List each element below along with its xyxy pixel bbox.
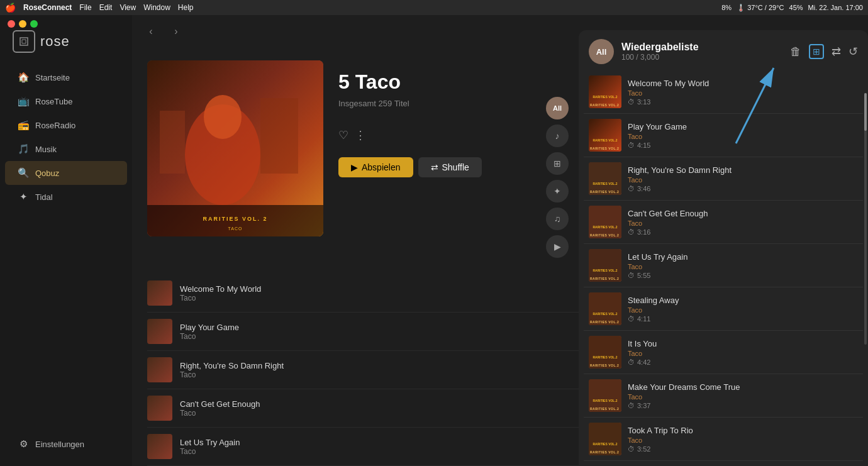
playlist-panel: All Wiedergabeliste 100 / 3,000 🗑 ⊞ ⇄ ↺ <box>579 30 868 466</box>
playlist-item[interactable]: RARITIES VOL.2 Took A Trip To Rio Taco ⏱… <box>584 418 863 461</box>
playlist-item-title: Right, You're So Damn Right <box>628 165 858 175</box>
app-name: RoseConnect <box>23 3 72 12</box>
playlist-item[interactable]: RARITIES VOL.2 Let Us Try Again Taco ⏱ 5… <box>584 244 863 287</box>
datetime: Mi. 22. Jan. 17:00 <box>808 4 863 11</box>
avatar-all-button[interactable]: All <box>546 97 569 119</box>
playlist-item-thumb: RARITIES VOL.2 <box>589 379 621 412</box>
side-icons: All ♪ ⊞ ✦ ♫ ▶ <box>546 97 569 258</box>
system-stats: 8% <box>721 4 732 11</box>
playlist-item-artist: Taco <box>628 306 858 314</box>
playlist-item[interactable]: RARITIES VOL.2 Right, You're So Damn Rig… <box>584 157 863 201</box>
apple-icon: 🍎 <box>5 3 16 13</box>
svg-rect-28 <box>589 423 621 455</box>
playlist-item-info: Play Your Game Taco ⏱ 4:15 <box>628 122 858 149</box>
playlist-item[interactable]: RARITIES VOL.2 Stealing Away Taco ⏱ 4:11 <box>584 287 863 331</box>
shuffle-button[interactable]: ⇄ Shuffle <box>418 157 482 177</box>
playlist-item-thumb: RARITIES VOL.2 <box>589 162 621 195</box>
sidebar-item-musik[interactable]: 🎵 Musik <box>5 137 127 161</box>
clock-icon: ⏱ <box>628 358 635 366</box>
sidebar-label-tidal: Tidal <box>35 192 53 202</box>
playlist-item-artist: Taco <box>628 89 858 97</box>
playlist-item-artist: Taco <box>628 350 858 357</box>
maximize-button[interactable] <box>30 20 38 28</box>
playlist-item-title: It Is You <box>628 339 858 348</box>
playlist-item[interactable]: RARITIES VOL.2 Can't Get Get Enough Taco… <box>584 201 863 244</box>
forward-button[interactable]: › <box>167 23 185 40</box>
playlist-item-duration: ⏱ 3:16 <box>628 228 858 236</box>
menu-edit[interactable]: Edit <box>99 3 113 12</box>
repeat-button[interactable]: ↺ <box>849 45 858 58</box>
sidebar-item-rosetube[interactable]: 📺 RoseTube <box>5 89 127 113</box>
playlist-item-info: It Is You Taco ⏱ 4:42 <box>628 339 858 366</box>
svg-rect-5 <box>260 98 298 174</box>
sidebar-item-roseradio[interactable]: 📻 RoseRadio <box>5 113 127 137</box>
sidebar-item-tidal[interactable]: ✦ Tidal <box>5 185 127 209</box>
shuffle-playlist-button[interactable]: ⇄ <box>832 45 841 58</box>
svg-rect-26 <box>589 379 621 412</box>
playlist-item-title: Play Your Game <box>628 122 858 131</box>
equalizer-button[interactable]: ⊞ <box>546 152 569 175</box>
svg-rect-6 <box>160 111 185 174</box>
playlist-item-info: Welcome To My World Taco ⏱ 3:13 <box>628 79 858 106</box>
playlist-item[interactable]: RARITIES VOL.2 Make Your Dreams Come Tru… <box>584 374 863 418</box>
more-options-button[interactable]: ⋮ <box>355 128 366 142</box>
sidebar-item-qobuz[interactable]: 🔍 Qobuz <box>5 161 127 185</box>
playlist-item-info: Let Us Try Again Taco ⏱ 5:55 <box>628 252 858 279</box>
add-to-queue-button[interactable]: ⊞ <box>809 44 824 59</box>
menu-window[interactable]: Window <box>143 3 170 12</box>
menu-help[interactable]: Help <box>178 3 194 12</box>
playlist-item-title: Make Your Dreams Come True <box>628 382 858 392</box>
playlist-item-artist: Taco <box>628 393 858 401</box>
playlist-title: Wiedergabeliste <box>621 42 782 53</box>
playlist-item-artist: Taco <box>628 133 858 140</box>
playlist-item-title: Took A Trip To Rio <box>628 426 858 435</box>
battery: 45% <box>789 4 803 11</box>
sidebar-label-startseite: Startseite <box>35 73 70 82</box>
temperature: 🌡️ 37°C / 29°C <box>737 4 784 12</box>
svg-rect-20 <box>589 249 621 282</box>
playlist-scrollbar-thumb[interactable] <box>864 93 867 131</box>
playlist-item[interactable]: RARITIES VOL.2 It Is You Taco ⏱ 4:42 <box>584 331 863 374</box>
minimize-button[interactable] <box>19 20 26 28</box>
track-thumb <box>147 357 172 382</box>
playlist-item-duration: ⏱ 3:13 <box>628 98 858 106</box>
playlist-item[interactable]: RARITIES VOL.2 Play Your Game Taco ⏱ 4:1… <box>584 114 863 157</box>
playlist-item-info: Can't Get Get Enough Taco ⏱ 3:16 <box>628 209 858 236</box>
clock-icon: ⏱ <box>628 185 635 192</box>
sidebar-item-startseite[interactable]: 🏠 Startseite <box>5 65 127 89</box>
burst-button[interactable]: ✦ <box>546 180 569 202</box>
menu-view[interactable]: View <box>120 3 136 12</box>
svg-rect-14 <box>589 119 621 152</box>
playlist-count: 100 / 3,000 <box>621 53 782 62</box>
play-button[interactable]: ▶ Abspielen <box>338 157 413 177</box>
menubar-left: 🍎 RoseConnect File Edit View Window Help <box>5 3 194 13</box>
playlist-scrollbar[interactable] <box>864 93 867 345</box>
playlist-item-artist: Taco <box>628 436 858 444</box>
delete-button[interactable]: 🗑 <box>790 45 801 58</box>
sidebar-label-qobuz: Qobuz <box>35 169 59 178</box>
avatar: All <box>589 39 614 64</box>
playlist-item-info: Right, You're So Damn Right Taco ⏱ 3:46 <box>628 165 858 192</box>
playlist-item-info: Stealing Away Taco ⏱ 4:11 <box>628 296 858 323</box>
favorite-button[interactable]: ♡ <box>338 128 348 142</box>
svg-text:RARITIES VOL. 2: RARITIES VOL. 2 <box>203 216 267 222</box>
music-note-button[interactable]: ♪ <box>546 125 569 147</box>
music-note2-button[interactable]: ♫ <box>546 208 569 230</box>
back-button[interactable]: ‹ <box>142 23 160 40</box>
close-button[interactable] <box>8 20 15 28</box>
menu-file[interactable]: File <box>79 3 91 12</box>
settings-icon: ⚙ <box>18 438 29 450</box>
youtube-button[interactable]: ▶ <box>546 235 569 258</box>
playlist-item-thumb: RARITIES VOL.2 <box>589 206 621 238</box>
playlist-item-artist: Taco <box>628 219 858 227</box>
menubar-right: 8% 🌡️ 37°C / 29°C 45% Mi. 22. Jan. 17:00 <box>721 4 863 12</box>
playlist-item-duration: ⏱ 3:46 <box>628 185 858 192</box>
playlist-item-title: Let Us Try Again <box>628 252 858 262</box>
search-icon: 🔍 <box>18 167 29 179</box>
svg-rect-24 <box>589 336 621 369</box>
playlist-item[interactable]: RARITIES VOL.2 Welcome To My World Taco … <box>584 70 863 114</box>
svg-rect-18 <box>589 206 621 238</box>
sidebar-item-einstellungen[interactable]: ⚙ Einstellungen <box>5 432 127 456</box>
clock-icon: ⏱ <box>628 445 635 453</box>
playlist-item-info: Make Your Dreams Come True Taco ⏱ 3:37 <box>628 382 858 409</box>
